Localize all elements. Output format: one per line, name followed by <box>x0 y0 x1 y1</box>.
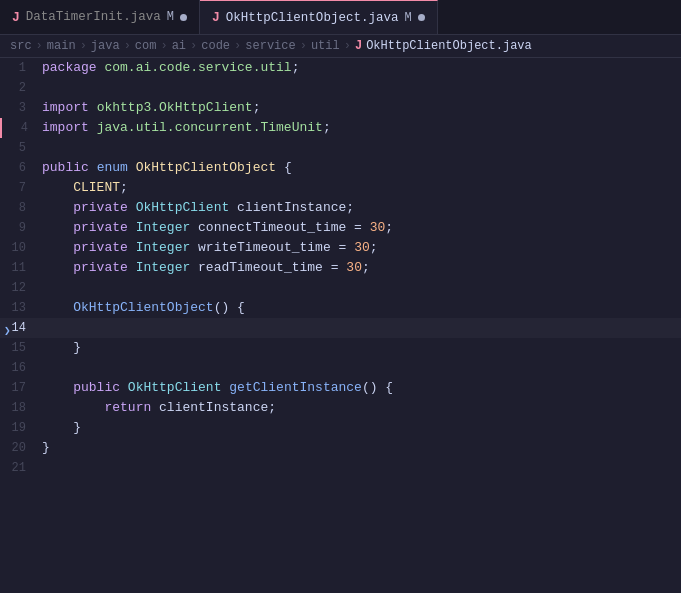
tab-okhttpclientobject[interactable]: J OkHttpClientObject.java M <box>200 0 438 34</box>
sep7: › <box>300 39 307 53</box>
breadcrumb-code[interactable]: code <box>201 39 230 53</box>
tab2-label: OkHttpClientObject.java <box>226 11 399 25</box>
ln-8: 8 <box>0 198 42 218</box>
breadcrumb-filename: OkHttpClientObject.java <box>366 39 532 53</box>
tab1-unsaved-dot <box>180 14 187 21</box>
breadcrumb-src[interactable]: src <box>10 39 32 53</box>
breadcrumb-com[interactable]: com <box>135 39 157 53</box>
lc-1: package com.ai.code.service.util; <box>42 58 681 78</box>
line-8: 8 private OkHttpClient clientInstance; <box>0 198 681 218</box>
java-icon-tab1: J <box>12 10 20 25</box>
line-21: 21 <box>0 458 681 478</box>
ln-18: 18 <box>0 398 42 418</box>
ln-15: 15 <box>0 338 42 358</box>
lc-19: } <box>42 418 681 438</box>
editor-area[interactable]: 1 package com.ai.code.service.util; 2 3 … <box>0 58 681 590</box>
ln-3: 3 <box>0 98 42 118</box>
lc-3: import okhttp3.OkHttpClient; <box>42 98 681 118</box>
java-icon-tab2: J <box>212 10 220 25</box>
sep2: › <box>80 39 87 53</box>
sep5: › <box>190 39 197 53</box>
line-7: 7 CLIENT; <box>0 178 681 198</box>
ln-5: 5 <box>0 138 42 158</box>
lc-6: public enum OkHttpClientObject { <box>42 158 681 178</box>
lc-7: CLIENT; <box>42 178 681 198</box>
ln-13: 13 <box>0 298 42 318</box>
ln-4: 4 <box>0 118 42 138</box>
lc-13: OkHttpClientObject() { <box>42 298 681 318</box>
lc-15: } <box>42 338 681 358</box>
line-15: 15 } <box>0 338 681 358</box>
breadcrumb-service[interactable]: service <box>245 39 295 53</box>
tab1-label: DataTimerInit.java <box>26 10 161 24</box>
line-16: 16 <box>0 358 681 378</box>
line-13: 13 OkHttpClientObject() { <box>0 298 681 318</box>
tab2-unsaved-dot <box>418 14 425 21</box>
line-18: 18 return clientInstance; <box>0 398 681 418</box>
ln-10: 10 <box>0 238 42 258</box>
java-icon-breadcrumb: J <box>355 39 362 53</box>
ln-20: 20 <box>0 438 42 458</box>
line-14: ❯14 <box>0 318 681 338</box>
line-11: 11 private Integer readTimeout_time = 30… <box>0 258 681 278</box>
lc-9: private Integer connectTimeout_time = 30… <box>42 218 681 238</box>
line-2: 2 <box>0 78 681 98</box>
ln-12: 12 <box>0 278 42 298</box>
lc-20: } <box>42 438 681 458</box>
ln-19: 19 <box>0 418 42 438</box>
line-20: 20 } <box>0 438 681 458</box>
lc-11: private Integer readTimeout_time = 30; <box>42 258 681 278</box>
lc-18: return clientInstance; <box>42 398 681 418</box>
ln-1: 1 <box>0 58 42 78</box>
line-10: 10 private Integer writeTimeout_time = 3… <box>0 238 681 258</box>
line-19: 19 } <box>0 418 681 438</box>
ln-2: 2 <box>0 78 42 98</box>
line-9: 9 private Integer connectTimeout_time = … <box>0 218 681 238</box>
line-4: 4 import java.util.concurrent.TimeUnit; <box>0 118 681 138</box>
sep8: › <box>344 39 351 53</box>
sep3: › <box>124 39 131 53</box>
lc-10: private Integer writeTimeout_time = 30; <box>42 238 681 258</box>
line-12: 12 <box>0 278 681 298</box>
ln-21: 21 <box>0 458 42 478</box>
lc-17: public OkHttpClient getClientInstance() … <box>42 378 681 398</box>
breadcrumb: src › main › java › com › ai › code › se… <box>0 35 681 58</box>
sep1: › <box>36 39 43 53</box>
ln-9: 9 <box>0 218 42 238</box>
ln-6: 6 <box>0 158 42 178</box>
breadcrumb-java[interactable]: java <box>91 39 120 53</box>
ln-11: 11 <box>0 258 42 278</box>
code-area: 1 package com.ai.code.service.util; 2 3 … <box>0 58 681 478</box>
lc-8: private OkHttpClient clientInstance; <box>42 198 681 218</box>
tab-bar: J DataTimerInit.java M J OkHttpClientObj… <box>0 0 681 35</box>
line-1: 1 package com.ai.code.service.util; <box>0 58 681 78</box>
line-17: 17 public OkHttpClient getClientInstance… <box>0 378 681 398</box>
breadcrumb-util[interactable]: util <box>311 39 340 53</box>
ln-14: ❯14 <box>0 318 42 338</box>
ln-16: 16 <box>0 358 42 378</box>
ln-7: 7 <box>0 178 42 198</box>
tab-datatimerinit[interactable]: J DataTimerInit.java M <box>0 0 200 34</box>
line-3: 3 import okhttp3.OkHttpClient; <box>0 98 681 118</box>
ln-17: 17 <box>0 378 42 398</box>
breadcrumb-ai[interactable]: ai <box>172 39 186 53</box>
lc-4: import java.util.concurrent.TimeUnit; <box>42 118 681 138</box>
sep4: › <box>160 39 167 53</box>
sep6: › <box>234 39 241 53</box>
modified-indicator-M-2: M <box>404 11 411 25</box>
breadcrumb-main[interactable]: main <box>47 39 76 53</box>
line-5: 5 <box>0 138 681 158</box>
line-6: 6 public enum OkHttpClientObject { <box>0 158 681 178</box>
modified-indicator-M-1: M <box>167 10 174 24</box>
